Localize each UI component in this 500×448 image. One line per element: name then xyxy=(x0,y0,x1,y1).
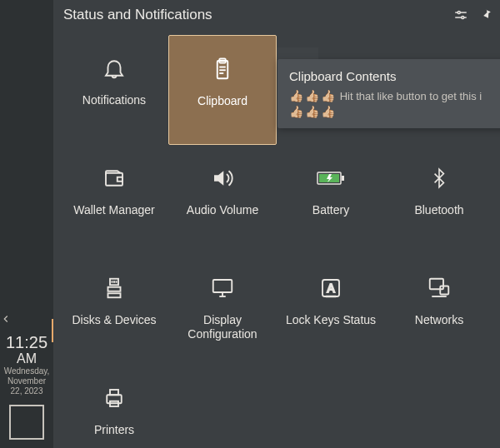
applet-label: Notifications xyxy=(79,93,149,107)
applet-disks[interactable]: Disks & Devices xyxy=(60,255,168,365)
applet-label: Display Configuration xyxy=(168,313,277,341)
monitor-icon xyxy=(209,276,236,301)
thumbs-up-icon: 👍🏼 xyxy=(289,104,303,119)
svg-rect-9 xyxy=(106,173,122,186)
svg-rect-31 xyxy=(110,390,118,395)
clock-date-line2: November xyxy=(0,376,53,386)
applet-notifications[interactable]: Notifications xyxy=(60,35,168,145)
thumbs-up-icon: 👍🏼 xyxy=(289,88,303,103)
tooltip-text: Hit that like button to get this i xyxy=(340,90,482,102)
thumbs-up-icon: 👍🏼 xyxy=(321,104,335,119)
panel-titlebar: Status and Notifications xyxy=(53,0,500,30)
applet-label: Bluetooth xyxy=(411,203,467,217)
pin-button[interactable] xyxy=(478,7,493,22)
applet-label: Audio Volume xyxy=(183,203,262,217)
svg-rect-19 xyxy=(108,287,121,291)
svg-rect-20 xyxy=(108,293,121,297)
battery-icon xyxy=(317,170,345,187)
expand-panel-chevron[interactable] xyxy=(0,308,53,325)
thumbs-up-icon: 👍🏼 xyxy=(321,88,335,103)
bluetooth-icon xyxy=(428,166,450,191)
key-a-icon: A xyxy=(318,276,343,301)
applet-display[interactable]: Display Configuration xyxy=(168,255,277,365)
vertical-taskbar: 11:25 AM Wednesday, November 22, 2023 xyxy=(0,0,53,448)
configure-button[interactable] xyxy=(453,7,468,22)
svg-rect-28 xyxy=(440,286,448,295)
clipboard-icon xyxy=(210,57,235,82)
applet-label: Wallet Manager xyxy=(70,203,158,217)
bell-icon xyxy=(102,56,127,81)
svg-text:A: A xyxy=(327,282,335,295)
applet-printers[interactable]: Printers xyxy=(60,365,168,448)
applet-label: Battery xyxy=(309,203,352,217)
applet-wallet[interactable]: Wallet Manager xyxy=(60,145,168,255)
svg-point-1 xyxy=(458,12,460,14)
applet-label: Disks & Devices xyxy=(68,313,159,327)
applet-networks[interactable]: Networks xyxy=(385,255,493,365)
applet-label: Networks xyxy=(412,313,467,327)
wallet-icon xyxy=(102,166,127,191)
printer-icon xyxy=(101,386,128,411)
svg-rect-21 xyxy=(213,280,232,292)
applet-lockkeys[interactable]: A Lock Keys Status xyxy=(277,255,385,365)
applet-bluetooth[interactable]: Bluetooth xyxy=(385,145,493,255)
clipboard-tooltip: Clipboard Contents 👍🏼👍🏼👍🏼 Hit that like … xyxy=(278,59,500,128)
clock-date-line3: 22, 2023 xyxy=(0,386,53,396)
clock-time: 11:25 xyxy=(0,333,53,351)
tooltip-body: 👍🏼👍🏼👍🏼 Hit that like button to get this … xyxy=(289,88,499,120)
thumbs-up-icon: 👍🏼 xyxy=(305,88,319,103)
panel-title: Status and Notifications xyxy=(63,7,453,23)
applet-audio[interactable]: Audio Volume xyxy=(168,145,277,255)
svg-rect-12 xyxy=(342,176,344,181)
applet-label: Lock Keys Status xyxy=(282,313,379,327)
speaker-icon xyxy=(210,166,235,191)
applet-label: Clipboard xyxy=(194,94,251,108)
thumbs-up-icon: 👍🏼 xyxy=(305,104,319,119)
clock-ampm: AM xyxy=(0,351,53,366)
applet-clipboard[interactable]: Clipboard xyxy=(168,35,277,145)
chevron-left-icon xyxy=(0,313,12,325)
svg-point-3 xyxy=(462,17,464,19)
applet-label: Printers xyxy=(91,423,138,437)
sliders-icon xyxy=(453,7,468,22)
taskbar-clock[interactable]: 11:25 AM Wednesday, November 22, 2023 xyxy=(0,330,53,401)
applet-battery[interactable]: Battery xyxy=(277,145,385,255)
network-icon xyxy=(426,276,452,301)
tooltip-title: Clipboard Contents xyxy=(289,69,499,83)
clock-date-line1: Wednesday, xyxy=(0,366,53,376)
devices-icon xyxy=(102,276,127,301)
svg-rect-10 xyxy=(118,177,122,182)
svg-rect-27 xyxy=(430,279,443,290)
show-desktop-button[interactable] xyxy=(9,405,44,440)
pin-icon xyxy=(478,7,493,22)
svg-rect-30 xyxy=(107,395,122,403)
